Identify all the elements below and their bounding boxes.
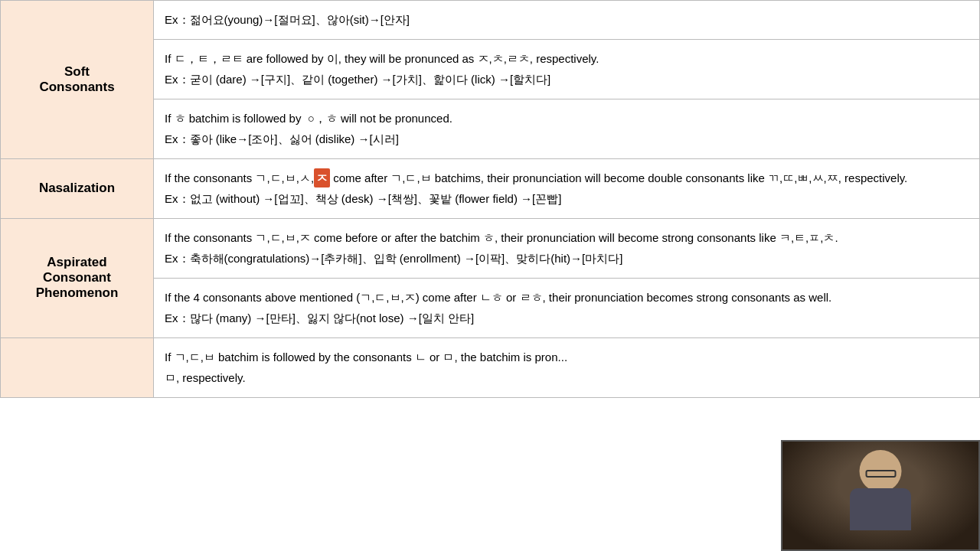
soft-consonants-ex3: Ex：좋아 (like→[조아]、싫어 (dislike) →[시러] bbox=[165, 129, 969, 149]
person-glasses bbox=[865, 470, 896, 478]
aspirated-rule1: If the consonants ㄱ,ㄷ,ㅂ,ㅈ come before or… bbox=[165, 228, 969, 248]
last-ex: ㅁ, respectively. bbox=[165, 368, 969, 388]
video-overlay bbox=[781, 440, 980, 551]
person-head bbox=[860, 450, 902, 492]
aspirated-rule2: If the 4 consonants above mentioned (ㄱ,ㄷ… bbox=[165, 288, 969, 308]
nasalization-content: If the consonants ㄱ,ㄷ,ㅂ,ㅅ,ㅈ come after ㄱ… bbox=[154, 158, 980, 218]
last-content: If ㄱ,ㄷ,ㅂ batchim is followed by the cons… bbox=[154, 337, 980, 397]
table-row: SoftConsonants Ex：젊어요(young)→[절머요]、않아(si… bbox=[1, 1, 980, 40]
person-body bbox=[850, 488, 911, 530]
aspirated-label: AspiratedConsonantPhenomenon bbox=[1, 218, 154, 337]
soft-consonants-rule3: If ㅎ batchim is followed by ○，ㅎ will not… bbox=[165, 109, 969, 129]
main-table: SoftConsonants Ex：젊어요(young)→[절머요]、않아(si… bbox=[0, 0, 980, 398]
soft-consonants-label: SoftConsonants bbox=[1, 1, 154, 159]
aspirated-section1: If the consonants ㄱ,ㄷ,ㅂ,ㅈ come before or… bbox=[154, 218, 980, 278]
nasalization-rule: If the consonants ㄱ,ㄷ,ㅂ,ㅅ,ㅈ come after ㄱ… bbox=[165, 168, 969, 188]
aspirated-ex1: Ex：축하해(congratulations)→[추카해]、입학 (enroll… bbox=[165, 249, 969, 269]
soft-consonants-rule2: If ㄷ，ㅌ，ㄹㅌ are followed by 이, they will b… bbox=[165, 49, 969, 69]
person-silhouette bbox=[835, 446, 926, 546]
video-person bbox=[782, 442, 978, 549]
aspirated-section2: If the 4 consonants above mentioned (ㄱ,ㄷ… bbox=[154, 278, 980, 337]
soft-consonants-section3: If ㅎ batchim is followed by ○，ㅎ will not… bbox=[154, 99, 980, 158]
last-label bbox=[1, 337, 154, 397]
last-rule: If ㄱ,ㄷ,ㅂ batchim is followed by the cons… bbox=[165, 347, 969, 367]
soft-consonants-section1: Ex：젊어요(young)→[절머요]、않아(sit)→[안자] bbox=[154, 1, 980, 40]
soft-consonants-ex1: Ex：젊어요(young)→[절머요]、않아(sit)→[안자] bbox=[165, 10, 969, 30]
nasalization-label: Nasalization bbox=[1, 158, 154, 218]
soft-consonants-section2: If ㄷ，ㅌ，ㄹㅌ are followed by 이, they will b… bbox=[154, 39, 980, 99]
table-row: AspiratedConsonantPhenomenon If the cons… bbox=[1, 218, 980, 278]
nasalization-ex: Ex：없고 (without) →[업꼬]、책상 (desk) →[책쌍]、꽃밭… bbox=[165, 189, 969, 209]
aspirated-ex2: Ex：많다 (many) →[만타]、잃지 않다(not lose) →[일치 … bbox=[165, 308, 969, 328]
soft-consonants-ex2: Ex：굳이 (dare) →[구지]、같이 (together) →[가치]、핥… bbox=[165, 70, 969, 90]
highlight-jieut: ㅈ bbox=[314, 168, 330, 188]
table-row: If ㄱ,ㄷ,ㅂ batchim is followed by the cons… bbox=[1, 337, 980, 397]
table-row: Nasalization If the consonants ㄱ,ㄷ,ㅂ,ㅅ,ㅈ… bbox=[1, 158, 980, 218]
